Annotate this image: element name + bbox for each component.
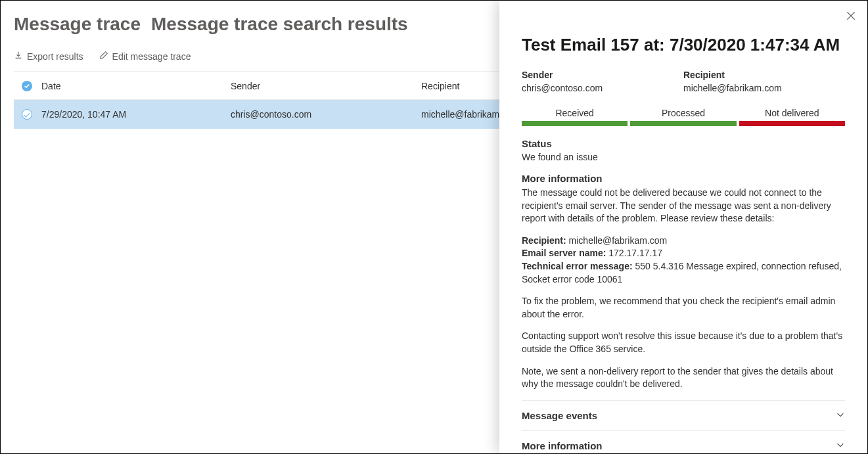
sender-recipient-row: Sender chris@contoso.com Recipient miche… bbox=[522, 70, 845, 93]
row-checkbox[interactable] bbox=[14, 109, 40, 120]
stage-received-bar bbox=[522, 121, 628, 126]
more-information-label: More information bbox=[522, 173, 845, 184]
recipient-block: Recipient michelle@fabrikam.com bbox=[683, 70, 845, 93]
cell-sender: chris@contoso.com bbox=[231, 109, 421, 120]
close-button[interactable] bbox=[845, 10, 857, 24]
detail-server-value: 172.17.17.17 bbox=[608, 248, 662, 258]
detail-recipient-label: Recipient: bbox=[522, 235, 566, 246]
check-circle-icon bbox=[22, 81, 32, 91]
select-all-checkbox[interactable] bbox=[14, 81, 40, 91]
download-icon bbox=[14, 51, 23, 62]
edit-message-trace-button[interactable]: Edit message trace bbox=[99, 51, 191, 62]
message-events-label: Message events bbox=[522, 410, 597, 421]
edit-icon bbox=[99, 51, 108, 62]
close-icon bbox=[845, 13, 857, 24]
stage-not-delivered: Not delivered bbox=[739, 108, 845, 126]
delivery-stages: Received Processed Not delivered bbox=[522, 108, 845, 126]
detail-recipient-value: michelle@fabrikam.com bbox=[569, 235, 668, 246]
export-results-label: Export results bbox=[27, 51, 83, 62]
sender-value: chris@contoso.com bbox=[522, 83, 683, 93]
more-information-intro: The message could not be delivered becau… bbox=[522, 187, 845, 225]
chevron-down-icon bbox=[836, 410, 845, 421]
sender-label: Sender bbox=[522, 70, 683, 80]
stage-processed: Processed bbox=[630, 108, 736, 126]
breadcrumb-current: Message trace search results bbox=[151, 14, 408, 35]
edit-message-trace-label: Edit message trace bbox=[112, 51, 191, 62]
detail-tech-label: Technical error message: bbox=[522, 261, 633, 271]
breadcrumb-root[interactable]: Message trace bbox=[14, 14, 141, 35]
detail-server-label: Email server name: bbox=[522, 248, 606, 258]
column-header-sender[interactable]: Sender bbox=[231, 81, 421, 91]
sender-block: Sender chris@contoso.com bbox=[522, 70, 683, 93]
stage-not-delivered-label: Not delivered bbox=[739, 108, 845, 118]
support-note: Contacting support won't resolve this is… bbox=[522, 330, 845, 355]
recipient-value: michelle@fabrikam.com bbox=[683, 83, 845, 93]
chevron-down-icon bbox=[836, 440, 845, 451]
more-information-expander[interactable]: More information bbox=[522, 430, 845, 453]
ndr-note: Note, we sent a non-delivery report to t… bbox=[522, 365, 845, 391]
panel-title: Test Email 157 at: 7/30/2020 1:47:34 AM bbox=[522, 35, 845, 55]
status-label: Status bbox=[522, 138, 845, 149]
stage-received-label: Received bbox=[522, 108, 628, 118]
detail-block: Recipient: michelle@fabrikam.com Email s… bbox=[522, 235, 845, 286]
cell-date: 7/29/2020, 10:47 AM bbox=[40, 109, 231, 120]
stage-not-delivered-bar bbox=[739, 121, 845, 126]
recipient-label: Recipient bbox=[683, 70, 845, 80]
stage-processed-label: Processed bbox=[630, 108, 736, 118]
fix-recommendation: To fix the problem, we recommend that yo… bbox=[522, 295, 845, 321]
column-header-date[interactable]: Date bbox=[40, 81, 231, 91]
stage-received: Received bbox=[522, 108, 628, 126]
check-circle-outline-icon bbox=[22, 109, 32, 120]
status-value: We found an issue bbox=[522, 152, 845, 162]
more-information-expander-label: More information bbox=[522, 440, 603, 451]
detail-panel: Test Email 157 at: 7/30/2020 1:47:34 AM … bbox=[499, 1, 867, 453]
export-results-button[interactable]: Export results bbox=[14, 51, 83, 62]
message-events-expander[interactable]: Message events bbox=[522, 400, 845, 430]
stage-processed-bar bbox=[630, 121, 736, 126]
